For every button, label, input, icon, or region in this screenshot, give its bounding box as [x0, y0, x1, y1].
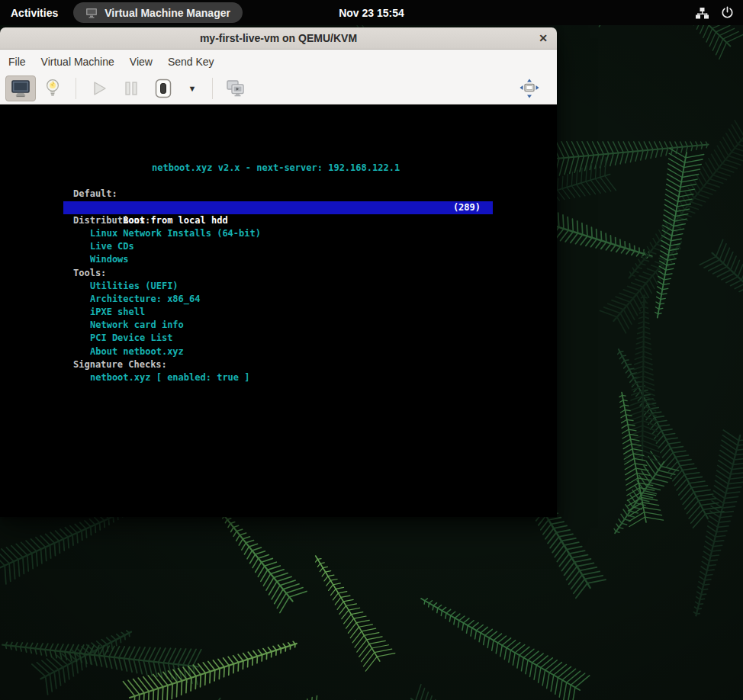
shutdown-icon: [153, 79, 173, 98]
close-window-button[interactable]: ✕: [534, 29, 552, 47]
window-titlebar[interactable]: my-first-live-vm on QEMU/KVM ✕: [0, 27, 557, 50]
menubar: File Virtual Machine View Send Key: [0, 50, 557, 73]
boot-menu-item[interactable]: Windows: [0, 253, 557, 266]
run-vm-button[interactable]: [84, 75, 114, 101]
run-icon: [91, 80, 108, 97]
chevron-down-icon: ▼: [188, 84, 197, 93]
focused-app-label: Virtual Machine Manager: [105, 7, 230, 19]
pause-icon: [124, 80, 139, 97]
menu-virtual-machine[interactable]: Virtual Machine: [34, 50, 122, 73]
menu-view[interactable]: View: [122, 50, 160, 73]
vm-window: my-first-live-vm on QEMU/KVM ✕ File Virt…: [0, 27, 557, 517]
clock[interactable]: Nov 23 15:54: [339, 7, 404, 19]
window-title: my-first-live-vm on QEMU/KVM: [200, 32, 357, 44]
boot-menu-item[interactable]: Live CDs: [0, 240, 557, 253]
network-wired-icon[interactable]: [696, 7, 709, 19]
boot-menu-item[interactable]: iPXE shell: [0, 306, 557, 319]
menu-file[interactable]: File: [1, 50, 34, 73]
toolbar-separator: [76, 78, 76, 99]
netboot-title: netboot.xyz v2.x - next-server: 192.168.…: [0, 162, 557, 175]
power-icon[interactable]: [721, 6, 734, 19]
shutdown-vm-button[interactable]: [148, 75, 179, 101]
boot-menu-item[interactable]: Network card info: [0, 319, 557, 332]
menu-send-key[interactable]: Send Key: [160, 50, 222, 73]
boot-menu-item[interactable]: Architecture: x86_64: [0, 293, 557, 306]
boot-menu-item-label: Boot from local hdd: [123, 215, 227, 226]
system-status-area[interactable]: [696, 0, 734, 25]
console-view-icon: [11, 79, 31, 98]
boot-menu-item[interactable]: Linux Network Installs (64-bit): [0, 227, 557, 240]
auto-resize-vm-icon: [518, 77, 541, 100]
pause-vm-button[interactable]: [116, 75, 146, 101]
boot-menu-item[interactable]: Utilities (UEFI): [0, 280, 557, 293]
activities-button[interactable]: Activities: [11, 7, 58, 19]
boot-menu-item[interactable]: PCI Device List: [0, 332, 557, 345]
toolbar-separator: [212, 78, 213, 99]
vm-console-display[interactable]: netboot.xyz v2.x - next-server: 192.168.…: [0, 104, 557, 517]
auto-resize-vm-button[interactable]: [514, 75, 545, 101]
boot-menu-section-distributions: Distributions:: [0, 214, 557, 227]
boot-menu-item[interactable]: netboot.xyz [ enabled: true ]: [0, 371, 557, 384]
fullscreen-monitors-icon: [226, 79, 246, 98]
boot-menu-item-selected[interactable]: Boot from local hdd (289): [63, 201, 493, 214]
boot-menu-section-default: Default:: [0, 188, 557, 201]
shutdown-menu-button[interactable]: ▼: [180, 75, 204, 101]
fullscreen-button[interactable]: [220, 75, 251, 101]
virt-manager-app-icon: [85, 8, 98, 18]
toolbar: ▼: [0, 73, 557, 104]
focused-app-button[interactable]: Virtual Machine Manager: [73, 2, 243, 23]
show-console-button[interactable]: [5, 75, 36, 101]
lightbulb-details-icon: [44, 79, 61, 98]
boot-menu-item[interactable]: About netboot.xyz: [0, 345, 557, 358]
boot-countdown: (289): [453, 201, 481, 214]
gnome-top-bar: Activities Virtual Machine Manager Nov 2…: [0, 0, 743, 25]
boot-menu-section-tools: Tools:: [0, 267, 557, 280]
boot-menu-section-signature-checks: Signature Checks:: [0, 358, 557, 371]
show-details-button[interactable]: [37, 75, 68, 101]
